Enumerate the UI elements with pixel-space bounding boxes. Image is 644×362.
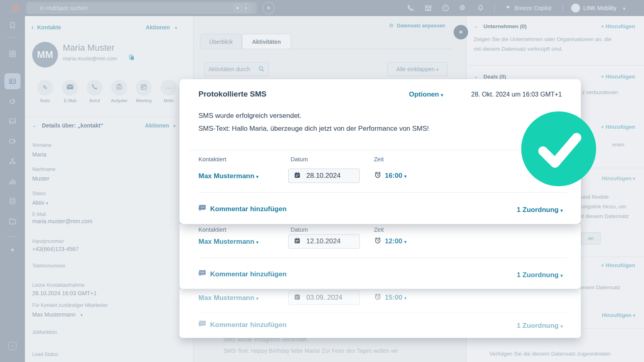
field-label: Handynummer (32, 239, 64, 244)
hubspot-logo-icon[interactable] (11, 3, 21, 13)
caret-down-icon: ▾ (441, 93, 443, 97)
contact-actions-dropdown[interactable]: Aktionen (146, 24, 170, 31)
marketing-megaphone-icon[interactable] (9, 98, 16, 105)
quick-action-call[interactable]: Anruf (83, 80, 106, 103)
automation-icon[interactable] (9, 158, 16, 165)
global-search-input[interactable] (26, 2, 257, 14)
payments-icon[interactable] (9, 138, 16, 145)
add-comment-link[interactable]: Kommentar hinzufügen (198, 204, 287, 214)
contact-avatar: MM (32, 42, 58, 68)
field-value[interactable]: 28.10.2024 16:03 GMT+1 (32, 290, 97, 296)
comment-bubble-icon (198, 320, 206, 329)
create-button[interactable]: + (262, 2, 275, 14)
companies-add-button[interactable]: + Hinzufügen (601, 23, 635, 29)
field-value[interactable]: maria.muster@mm.com (32, 218, 93, 224)
back-chevron-icon: ‹ (31, 24, 33, 31)
time-dropdown[interactable]: 15:00 ▾ (374, 293, 407, 302)
date-input[interactable]: 12.10.2024 (288, 234, 360, 249)
caret-down-icon: ▾ (404, 239, 407, 244)
reporting-chart-icon[interactable] (9, 178, 16, 185)
data-database-icon[interactable] (9, 197, 16, 205)
calendar-icon (294, 294, 306, 302)
help-icon[interactable]: ? (442, 4, 449, 12)
status-dropdown[interactable]: Aktiv ▾ (32, 200, 48, 206)
quick-action-more[interactable]: ⋯ Mehr (157, 80, 180, 103)
customize-record-link[interactable]: Datensatz anpassen (397, 23, 445, 29)
deals-add-button[interactable]: + Hinzufügen (601, 74, 635, 80)
marketplace-icon[interactable] (425, 4, 432, 12)
sidebar-divider (466, 65, 644, 66)
section-chevron-icon[interactable]: ⌄ (474, 73, 478, 79)
settings-gear-icon[interactable]: ⚙ (459, 4, 466, 12)
date-input[interactable]: 03.09..2024 (288, 290, 360, 305)
tickets-add-button[interactable]: + Hinzufügen (601, 124, 635, 130)
rail-collapse-button[interactable]: › (8, 342, 17, 350)
field-value[interactable]: +43(664)123-4567 (32, 246, 79, 252)
contacted-dropdown[interactable]: Max Mustermann ▾ (198, 172, 258, 180)
panel-divider (25, 117, 193, 117)
quick-action-meeting[interactable]: Meeting (132, 80, 155, 103)
field-value[interactable]: Muster (32, 175, 50, 182)
calendar-icon (294, 237, 306, 246)
owner-dropdown[interactable]: Max Mustermann ▾ (32, 311, 83, 318)
association-dropdown[interactable]: 1 Zuordnung ▾ (517, 322, 563, 330)
account-menu[interactable]: LINK Mobility (583, 5, 616, 11)
inbox-icon[interactable] (9, 117, 16, 125)
date-input[interactable]: 28.10.2024 (288, 169, 360, 183)
add-comment-link[interactable]: Kommentar hinzufügen (198, 269, 287, 279)
calling-icon[interactable] (407, 4, 414, 12)
details-chevron-icon[interactable]: ⌄ (32, 122, 37, 128)
companies-description: Zeigen Sie die Unternehmen oder Organisa… (474, 35, 611, 54)
quick-action-task[interactable]: Aufgabe (108, 80, 130, 103)
quick-action-note[interactable]: ✎ Notiz (34, 80, 56, 103)
bookmarks-icon[interactable] (9, 22, 16, 29)
back-to-contacts-link[interactable]: Kontakte (37, 24, 61, 31)
lists-add-dropdown[interactable]: Hinzufügen ▾ (602, 312, 635, 318)
breeze-copilot-button[interactable]: Breeze Copilot (514, 5, 551, 11)
workspace-grid-icon[interactable] (9, 50, 16, 58)
field-label: Letzte Kontaktaufnahme (32, 282, 85, 288)
collapse-all-button[interactable]: Alle einklappen ▾ (387, 62, 448, 76)
library-folder-icon[interactable] (9, 218, 16, 225)
modal-divider (198, 192, 568, 193)
sidebar-footer-text: Verfolgen Sie die diesem Datensatz zugeo… (489, 349, 610, 359)
contacted-dropdown[interactable]: Max Mustermann ▾ (198, 238, 258, 246)
contact-email[interactable]: maria.muste@mm.com (63, 56, 117, 62)
caret-down-icon: ▾ (46, 201, 48, 206)
tab-ueberblick[interactable]: Überblick (200, 34, 242, 49)
notifications-bell-icon[interactable] (477, 4, 484, 12)
contacted-dropdown[interactable]: Max Mustermann ▾ (198, 294, 258, 302)
time-dropdown[interactable]: 16:00 ▾ (374, 171, 407, 180)
payments-button-fragment[interactable]: en (581, 232, 601, 245)
caret-down-icon: ▾ (256, 240, 259, 245)
details-actions-dropdown[interactable]: Aktionen (145, 122, 169, 129)
sms-status-text: SMS wurde erfolgreich versendet. (198, 112, 301, 120)
deals-section-header: Deals (0) (483, 74, 506, 80)
activity-card: Max Mustermann ▾ 03.09..2024 15:00 ▾ Kom… (180, 289, 581, 338)
quick-action-email[interactable]: E-Mail (59, 80, 81, 103)
caret-down-icon: ▾ (256, 174, 259, 179)
field-label: Für Kontakt zuständiger Mitarbeiter (32, 302, 107, 308)
caret-down-icon: ▾ (404, 174, 407, 179)
caret-down-icon: ▾ (436, 67, 439, 72)
association-dropdown[interactable]: 1 Zuordnung ▾ (517, 206, 563, 214)
navbar-divider (494, 4, 495, 12)
time-label: Zeit (374, 226, 384, 233)
date-value: 03.09..2024 (306, 294, 343, 302)
time-dropdown[interactable]: 12:00 ▾ (374, 237, 407, 246)
copilot-sparkle-icon[interactable]: ✦ (9, 247, 16, 254)
options-dropdown[interactable]: Optionen ▾ (409, 90, 443, 99)
rail-divider (7, 37, 18, 37)
association-dropdown[interactable]: 1 Zuordnung ▾ (517, 271, 563, 279)
section-chevron-icon[interactable]: ⌄ (474, 23, 478, 29)
attachments-add-button[interactable]: + Hinzufügen (601, 262, 635, 268)
time-value: 15:00 ▾ (385, 294, 407, 302)
field-value[interactable]: Maria (32, 151, 46, 158)
add-comment-link[interactable]: Kommentar hinzufügen (198, 320, 287, 329)
tab-aktivitaeten[interactable]: Aktivitäten (242, 34, 291, 49)
copy-email-icon[interactable] (129, 55, 134, 62)
sidebar-collapse-button[interactable]: » (454, 25, 468, 39)
k-key-badge: K (242, 4, 250, 12)
payments-add-dropdown[interactable]: Hinzufügen ▾ (602, 175, 635, 181)
breeze-sparkle-icon: ✦ (506, 4, 511, 11)
